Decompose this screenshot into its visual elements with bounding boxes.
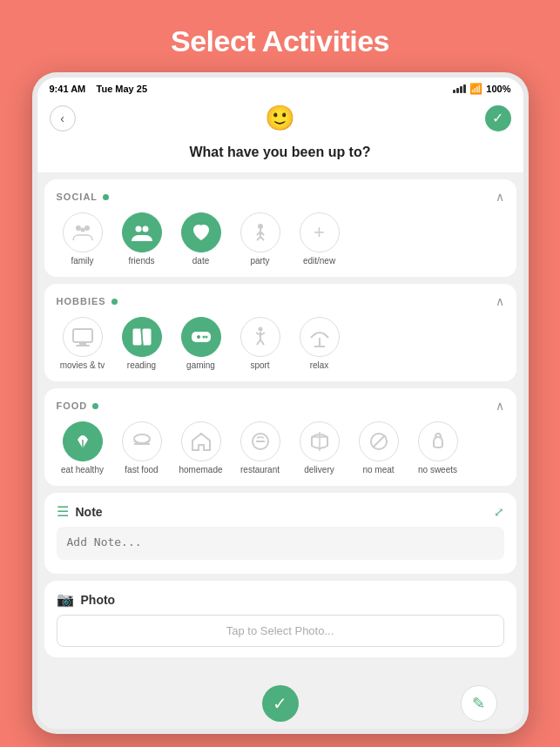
activity-delivery-label: delivery xyxy=(304,465,334,475)
bottom-bar: ✓ ✎ xyxy=(37,680,523,729)
activity-edit-new-label: edit/new xyxy=(303,256,335,266)
status-date: Tue May 25 xyxy=(97,84,148,94)
bottom-edit-button[interactable]: ✎ xyxy=(461,685,497,722)
activity-restaurant[interactable]: restaurant xyxy=(234,421,287,475)
svg-line-10 xyxy=(260,237,264,240)
svg-point-20 xyxy=(202,336,205,339)
section-hobbies-title: HOBBIES xyxy=(57,296,106,306)
note-expand-icon[interactable]: ⤢ xyxy=(494,505,504,519)
section-social-title: SOCIAL xyxy=(57,192,98,202)
activity-edit-new-icon: + xyxy=(300,212,340,252)
activity-eat-healthy[interactable]: eat healthy xyxy=(57,421,109,475)
activity-homemade-label: homemade xyxy=(179,465,222,475)
photo-select-button[interactable]: Tap to Select Photo... xyxy=(57,615,504,647)
activity-party-label: party xyxy=(250,256,269,266)
activity-reading-label: reading xyxy=(127,360,156,371)
confirm-button[interactable]: ✓ xyxy=(485,105,511,131)
activity-delivery[interactable]: delivery xyxy=(293,421,346,475)
svg-point-4 xyxy=(142,226,148,232)
activity-family-icon xyxy=(63,212,103,252)
food-activity-grid: eat healthy fast food xyxy=(57,421,504,475)
section-hobbies-title-row: HOBBIES xyxy=(57,296,118,306)
hobbies-activity-grid: movies & tv reading xyxy=(57,317,504,371)
svg-point-5 xyxy=(258,224,263,229)
activity-fast-food-icon xyxy=(122,421,162,461)
activity-no-sweets-icon xyxy=(418,421,458,461)
activity-date[interactable]: date xyxy=(175,212,227,266)
photo-section-left: 📷 Photo xyxy=(57,591,116,608)
note-section-row: ☰ Note ⤢ xyxy=(57,503,504,520)
activity-gaming-icon xyxy=(181,317,221,357)
svg-line-27 xyxy=(260,340,264,345)
activity-homemade-icon xyxy=(181,421,221,461)
svg-rect-17 xyxy=(192,332,211,342)
activity-movies-tv[interactable]: movies & tv xyxy=(57,317,109,371)
section-social: SOCIAL ∧ xyxy=(44,179,516,277)
activity-family-label: family xyxy=(71,256,93,266)
mood-emoji: 🙂 xyxy=(265,104,295,132)
photo-section-row: 📷 Photo xyxy=(57,591,504,608)
photo-icon: 📷 xyxy=(57,591,74,608)
section-food-title-row: FOOD xyxy=(57,400,99,411)
svg-line-9 xyxy=(257,237,260,240)
activity-homemade[interactable]: homemade xyxy=(175,421,227,475)
activity-gaming[interactable]: gaming xyxy=(175,317,227,371)
status-time: 9:41 AM xyxy=(50,84,86,94)
activity-movies-tv-icon xyxy=(63,317,103,357)
activity-edit-new[interactable]: + edit/new xyxy=(293,212,346,266)
activity-sport[interactable]: sport xyxy=(234,317,287,371)
section-social-dot xyxy=(103,194,109,200)
activity-family[interactable]: family xyxy=(57,212,109,266)
section-food: FOOD ∧ eat healthy xyxy=(44,388,516,486)
section-hobbies-dot xyxy=(111,299,118,305)
svg-line-37 xyxy=(373,435,385,448)
activity-restaurant-icon xyxy=(240,421,280,461)
activity-relax[interactable]: relax xyxy=(293,317,346,371)
section-food-chevron[interactable]: ∧ xyxy=(496,399,504,413)
svg-rect-15 xyxy=(143,329,151,345)
activity-party[interactable]: party xyxy=(234,212,287,266)
page-title: Select Activities xyxy=(171,24,389,58)
activity-fast-food[interactable]: fast food xyxy=(116,421,168,475)
activity-reading[interactable]: reading xyxy=(116,317,168,371)
activity-movies-tv-label: movies & tv xyxy=(60,360,105,371)
svg-rect-12 xyxy=(79,342,86,345)
scroll-content: SOCIAL ∧ xyxy=(37,172,523,680)
activity-date-icon xyxy=(181,212,221,252)
svg-point-0 xyxy=(76,225,81,231)
wifi-icon: 📶 xyxy=(469,83,482,95)
back-button[interactable]: ‹ xyxy=(50,105,76,131)
activity-relax-label: relax xyxy=(310,360,329,371)
svg-rect-14 xyxy=(133,329,141,345)
activity-reading-icon xyxy=(122,317,162,357)
activity-no-meat-icon xyxy=(359,421,399,461)
activity-friends[interactable]: friends xyxy=(116,212,168,266)
section-food-dot xyxy=(92,403,98,409)
device-screen: 9:41 AM Tue May 25 📶 100% ‹ 🙂 ✓ What hav… xyxy=(37,77,523,729)
activity-gaming-label: gaming xyxy=(186,360,215,371)
activity-date-label: date xyxy=(192,256,209,266)
svg-point-3 xyxy=(135,226,141,232)
activity-relax-icon xyxy=(300,317,340,357)
activity-no-sweets[interactable]: no sweets xyxy=(412,421,464,475)
activity-sport-label: sport xyxy=(250,360,269,371)
section-social-header: SOCIAL ∧ xyxy=(57,190,504,204)
activity-no-meat[interactable]: no meat xyxy=(353,421,405,475)
device-frame: 9:41 AM Tue May 25 📶 100% ‹ 🙂 ✓ What hav… xyxy=(32,72,529,734)
status-time-date: 9:41 AM Tue May 25 xyxy=(50,84,148,94)
photo-label: Photo xyxy=(81,593,116,607)
section-hobbies-chevron[interactable]: ∧ xyxy=(496,294,504,308)
activity-eat-healthy-icon xyxy=(63,421,103,461)
section-social-chevron[interactable]: ∧ xyxy=(496,190,504,204)
bottom-confirm-button[interactable]: ✓ xyxy=(262,685,299,722)
battery-icon: 100% xyxy=(486,84,510,94)
activity-no-meat-label: no meat xyxy=(362,465,394,475)
section-social-title-row: SOCIAL xyxy=(57,192,110,202)
svg-point-22 xyxy=(258,327,262,332)
photo-section: 📷 Photo Tap to Select Photo... xyxy=(44,581,516,657)
activity-no-sweets-label: no sweets xyxy=(418,465,457,475)
activity-sport-icon xyxy=(240,317,280,357)
svg-point-21 xyxy=(205,336,207,339)
app-header: ‹ 🙂 ✓ xyxy=(37,98,523,139)
note-input[interactable] xyxy=(57,527,504,560)
